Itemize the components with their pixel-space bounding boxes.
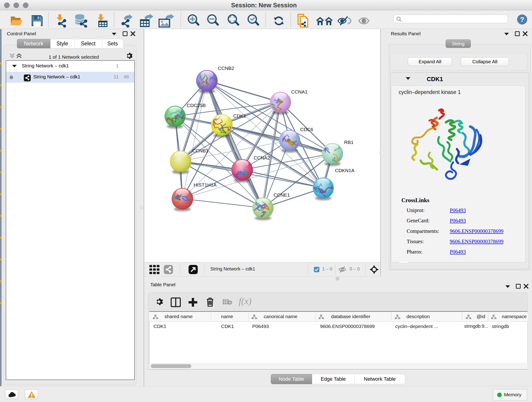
svg-text:CCNA2: CCNA2 bbox=[254, 155, 270, 160]
svg-text:CCNA1: CCNA1 bbox=[291, 89, 307, 95]
svg-text:?: ? bbox=[520, 16, 524, 23]
svg-text:CCNE1: CCNE1 bbox=[273, 192, 290, 198]
svg-text:RB1: RB1 bbox=[344, 140, 354, 145]
svg-text:CDC25B: CDC25B bbox=[187, 103, 206, 108]
svg-text:CDC6: CDC6 bbox=[300, 127, 313, 132]
svg-text:CCNB2: CCNB2 bbox=[218, 65, 234, 71]
svg-text:CCNB1: CCNB1 bbox=[192, 148, 209, 153]
svg-text:CDKN1A: CDKN1A bbox=[335, 168, 355, 173]
svg-text:CDK1: CDK1 bbox=[233, 113, 246, 119]
svg-text:HIST1H1A: HIST1H1A bbox=[194, 182, 216, 187]
